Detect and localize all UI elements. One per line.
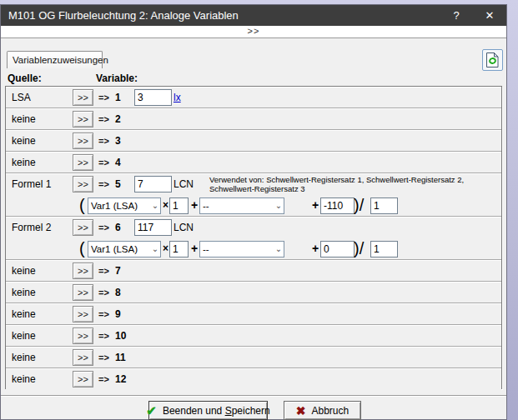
source-label: keine <box>12 130 36 152</box>
plus-operator: + <box>312 238 319 260</box>
offset-input[interactable] <box>320 198 355 214</box>
source-label: LSA <box>12 87 31 108</box>
column-header-variable: Variable: <box>96 72 138 84</box>
variable-row-1: LSA >> => 1 lx <box>6 87 501 108</box>
check-icon: ✔ <box>146 404 157 417</box>
maps-to-arrow: => <box>98 368 109 390</box>
variable-row-5: Formel 1 >> => 5 LCN Verwendet von: Schw… <box>6 173 501 217</box>
analog-variables-dialog: M101 OG Flurbeleuchtung 2: Analoge Varia… <box>0 4 507 420</box>
unit-link[interactable]: lx <box>174 87 181 108</box>
operand1-value: Var1 (LSA) <box>91 198 150 213</box>
chevron-down-icon <box>150 242 160 257</box>
chevron-down-icon <box>150 198 160 213</box>
variable-row-6: Formel 2 >> => 6 LCN ( Var1 (LSA) × + - <box>6 217 501 260</box>
variable-number: 2 <box>115 108 121 130</box>
window-title: M101 OG Flurbeleuchtung 2: Analoge Varia… <box>8 9 239 22</box>
formula-editor: ( Var1 (LSA) × + -- + )/ <box>6 238 501 260</box>
close-paren-divide: )/ <box>354 195 364 217</box>
variable-row-11: keine >> => 11 <box>6 347 501 368</box>
save-button-label: Beenden und Speichern <box>163 405 270 417</box>
unit-label: LCN <box>174 217 194 238</box>
operand2-select[interactable]: -- <box>199 241 284 258</box>
assign-source-button[interactable]: >> <box>73 154 93 171</box>
divisor-input[interactable] <box>370 198 398 214</box>
refresh-page-icon <box>485 52 500 68</box>
maps-to-arrow: => <box>98 173 109 195</box>
assign-source-button[interactable]: >> <box>73 328 93 344</box>
footer-separator <box>1 395 506 397</box>
used-by-line-1: Verwendet von: Schwellwert-Registersatz … <box>209 176 503 185</box>
assign-source-button[interactable]: >> <box>73 349 93 366</box>
divisor-input[interactable] <box>370 241 398 258</box>
variable-number: 6 <box>115 217 121 238</box>
open-paren: ( <box>79 195 85 217</box>
assign-source-button[interactable]: >> <box>73 262 93 279</box>
close-icon[interactable]: ✕ <box>473 5 506 26</box>
cancel-button-label: Abbruch <box>312 405 350 417</box>
save-and-close-button[interactable]: ✔ Beenden und Speichern <box>148 401 268 420</box>
titlebar: M101 OG Flurbeleuchtung 2: Analoge Varia… <box>1 5 506 26</box>
assign-source-button[interactable]: >> <box>73 111 93 128</box>
expander-bar[interactable]: >> <box>1 26 506 38</box>
cross-icon: ✖ <box>296 405 306 417</box>
variable-value-input[interactable] <box>134 176 172 192</box>
variable-row-4: keine >> => 4 <box>6 152 501 173</box>
cancel-button[interactable]: ✖ Abbruch <box>284 401 361 420</box>
source-label: Formel 2 <box>12 217 51 238</box>
assign-source-button[interactable]: >> <box>73 176 93 192</box>
assign-source-button[interactable]: >> <box>73 132 93 149</box>
offset-input[interactable] <box>320 241 355 258</box>
variable-number: 11 <box>115 347 126 368</box>
variable-number: 4 <box>115 152 121 173</box>
factor-input[interactable] <box>169 241 189 258</box>
used-by-note: Verwendet von: Schwellwert-Registersatz … <box>209 176 503 193</box>
assign-source-button[interactable]: >> <box>73 219 93 236</box>
variable-number: 5 <box>115 173 121 195</box>
source-label: keine <box>12 260 36 282</box>
formula-editor: ( Var1 (LSA) × + -- + )/ <box>6 195 501 217</box>
source-label: keine <box>12 347 36 368</box>
source-label: keine <box>12 152 36 173</box>
operand1-select[interactable]: Var1 (LSA) <box>88 198 161 214</box>
variable-row-8: keine >> => 8 <box>6 282 501 303</box>
open-paren: ( <box>79 238 85 260</box>
variable-row-9: keine >> => 9 <box>6 303 501 325</box>
operand1-select[interactable]: Var1 (LSA) <box>88 241 161 258</box>
variable-number: 8 <box>115 282 121 303</box>
tab-variablenzuweisungen[interactable]: Variablenzuweisungen <box>7 51 103 68</box>
multiply-operator: × <box>163 238 168 260</box>
close-paren-divide: )/ <box>354 238 364 260</box>
chevron-down-icon <box>274 242 284 257</box>
variable-number: 7 <box>115 260 121 282</box>
assign-source-button[interactable]: >> <box>73 284 93 301</box>
assign-source-button[interactable]: >> <box>73 89 93 106</box>
factor-input[interactable] <box>169 198 189 214</box>
maps-to-arrow: => <box>98 347 109 368</box>
help-icon[interactable]: ? <box>440 5 473 26</box>
maps-to-arrow: => <box>98 87 109 108</box>
source-label: keine <box>12 303 36 325</box>
save-label-pre: Beenden und <box>163 405 225 417</box>
assign-source-button[interactable]: >> <box>73 306 93 322</box>
variable-value-input[interactable] <box>134 89 172 106</box>
maps-to-arrow: => <box>98 152 109 173</box>
operand2-value: -- <box>203 198 274 213</box>
source-label: keine <box>12 108 36 130</box>
assign-source-button[interactable]: >> <box>73 371 93 388</box>
maps-to-arrow: => <box>98 282 109 303</box>
save-label-accel: S <box>225 405 232 417</box>
refresh-button[interactable] <box>482 49 503 71</box>
variable-row-12: keine >> => 12 <box>6 368 501 390</box>
maps-to-arrow: => <box>98 130 109 152</box>
operand2-select[interactable]: -- <box>199 198 284 214</box>
plus-operator: + <box>312 195 319 217</box>
variable-row-2: keine >> => 2 <box>6 108 501 130</box>
maps-to-arrow: => <box>98 303 109 325</box>
plus-operator: + <box>191 195 198 217</box>
dialog-client-area: Variablenzuweisungen Quelle: Variable: L… <box>1 38 506 419</box>
variable-value-input[interactable] <box>134 219 172 236</box>
operand1-value: Var1 (LSA) <box>91 242 150 257</box>
variable-row-10: keine >> => 10 <box>6 325 501 347</box>
operand2-value: -- <box>203 242 274 257</box>
maps-to-arrow: => <box>98 108 109 130</box>
